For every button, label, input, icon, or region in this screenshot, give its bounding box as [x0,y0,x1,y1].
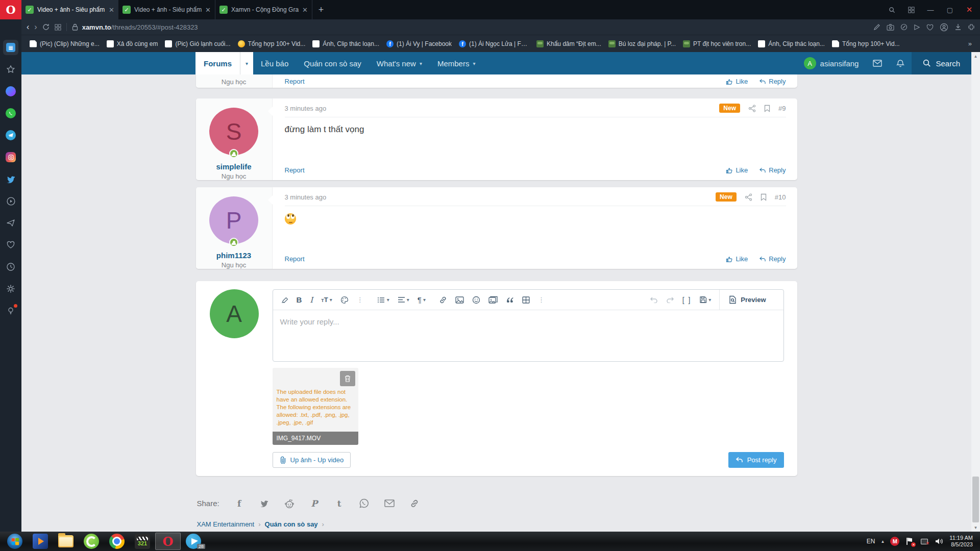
remove-format-icon[interactable] [280,296,288,304]
edit-page-icon[interactable] [873,23,880,31]
share-tumblr-icon[interactable]: t [334,498,345,509]
tab-tiling-icon[interactable] [902,0,920,19]
taskbar-opera-icon[interactable]: O [155,533,181,550]
flow-share-icon[interactable] [914,24,920,31]
share-facebook-icon[interactable]: f [234,498,244,509]
easy-setup-icon[interactable] [3,303,18,318]
search-button[interactable]: Search [912,52,971,74]
report-link[interactable]: Report [285,78,305,85]
bookmark-item[interactable]: (Pic) (Clip) Những e... [28,39,102,49]
insert-link-icon[interactable] [439,296,447,304]
bookmark-item[interactable]: (Pic) Gió lạnh cuối... [163,39,232,49]
action-center-flag-icon[interactable]: ✕ [905,537,914,546]
taskbar-media-player-icon[interactable] [28,533,53,550]
tab-search-icon[interactable] [883,0,900,19]
align-icon[interactable]: ▾ [398,296,409,303]
reply-button[interactable]: Reply [759,78,786,85]
messenger-icon[interactable] [3,84,18,99]
username-link[interactable]: phim1123 [216,251,251,260]
like-button[interactable]: Like [726,166,748,174]
like-button[interactable]: Like [726,255,748,263]
reply-button[interactable]: Reply [759,166,786,174]
page-scrollbar[interactable]: ▲ ▼ [971,52,980,532]
bookmark-item[interactable]: Tổng hợp 100+ Vid... [236,39,308,49]
nav-tab-forums[interactable]: Forums [195,52,240,74]
drafts-icon[interactable]: ▾ [699,296,711,304]
extensions-icon[interactable] [968,23,975,31]
like-button[interactable]: Like [726,78,748,85]
language-indicator[interactable]: EN [867,538,875,545]
bookmark-item[interactable]: Ảnh, Clip thác loạn... [756,39,827,49]
bookmark-item[interactable]: Xả đồ cùng em [105,39,160,49]
downloads-icon[interactable] [954,23,962,31]
nav-tab-members[interactable]: Members▾ [430,52,483,74]
share-post-icon[interactable] [748,105,756,112]
adblock-icon[interactable] [900,23,908,31]
share-email-icon[interactable] [384,498,395,509]
delete-attachment-button[interactable] [340,371,355,386]
paragraph-format-icon[interactable]: ¶▾ [418,295,426,304]
insert-image-icon[interactable] [455,296,464,304]
tab-close-icon[interactable]: ✕ [302,6,308,14]
bookmark-item[interactable]: f(1) Ái Vy | Facebook [384,39,454,49]
tab-close-icon[interactable]: ✕ [109,6,114,14]
bookmarks-star-icon[interactable] [3,62,18,77]
show-hidden-icons-arrow[interactable]: ▲ [880,539,885,544]
nav-tab-whats-new[interactable]: What's new▾ [369,52,430,74]
volume-tray-icon[interactable] [935,537,944,546]
taskbar-mpc-321-icon[interactable]: 321 [130,533,155,550]
nav-forums-dropdown[interactable]: ▾ [240,52,253,74]
taskbar-clock[interactable]: 11:19 AM 8/5/2023 [949,535,973,548]
new-tab-button[interactable]: + [312,0,330,19]
reply-input[interactable]: Write your reply... [273,310,783,361]
favorites-heart-icon[interactable] [3,237,18,253]
breadcrumb-xam-entertainment[interactable]: XAM Entertainment [197,520,255,528]
flow-send-icon[interactable] [3,215,18,231]
browser-tab-1[interactable]: ✓ Video + ảnh - Siêu phẩm M ✕ [21,0,118,19]
share-twitter-icon[interactable] [259,498,270,509]
scroll-up-arrow[interactable]: ▲ [974,52,978,60]
taskbar-telegram-icon[interactable]: 28 [181,533,206,550]
insert-table-icon[interactable] [522,296,530,304]
avatar-simplelife[interactable]: S [209,108,258,155]
bbcode-icon[interactable]: [ ] [682,296,692,304]
start-button[interactable] [2,533,28,550]
scrollbar-thumb[interactable] [972,477,979,522]
preview-button[interactable]: Preview [719,290,775,310]
tab-close-icon[interactable]: ✕ [205,6,211,14]
insert-media-icon[interactable] [488,296,498,304]
antivirus-tray-icon[interactable]: M [890,537,899,546]
more-options-icon[interactable]: ⋮ [538,296,545,304]
network-tray-icon[interactable] [920,537,929,546]
quote-icon[interactable] [506,296,514,303]
username-link[interactable]: simplelife [216,162,251,171]
bookmark-post-icon[interactable] [764,105,770,112]
post-number-link[interactable]: #10 [775,193,786,201]
browser-tab-2[interactable]: ✓ Video + ảnh - Siêu phẩm M ✕ [118,0,215,19]
font-size-icon[interactable]: TT▾ [321,296,332,304]
alerts-bell-icon[interactable] [889,52,912,74]
forward-button[interactable]: › [34,23,37,31]
text-color-icon[interactable] [340,296,349,304]
browser-tab-3[interactable]: ✓ Xamvn - Cộng Đồng Grab B ✕ [215,0,312,19]
bookmark-item[interactable]: f(1) Ái Ngọc Lửa | Fa... [457,39,531,49]
bookmark-item[interactable]: Bú loz đại pháp. | P... [606,39,678,49]
post-reply-button[interactable]: Post reply [728,452,784,468]
upload-button[interactable]: Up ảnh - Up video [273,452,351,468]
taskbar-explorer-icon[interactable] [53,533,79,550]
bookmark-heart-icon[interactable] [926,24,934,31]
window-minimize-button[interactable]: — [922,0,939,19]
share-link-icon[interactable] [409,498,420,509]
telegram-icon[interactable] [3,128,18,143]
bold-icon[interactable]: B [297,295,302,304]
settings-gear-icon[interactable] [3,281,18,296]
scroll-down-arrow[interactable]: ▼ [974,523,978,532]
share-reddit-icon[interactable] [284,498,295,509]
window-close-button[interactable]: ✕ [961,0,978,19]
bookmark-post-icon[interactable] [761,193,767,201]
instagram-icon[interactable] [3,149,18,165]
bookmark-item[interactable]: Khẩu dâm “Địt em... [534,39,603,49]
taskbar-coccoc-icon[interactable] [79,533,104,550]
window-maximize-button[interactable]: ▢ [941,0,959,19]
opera-logo-icon[interactable]: O [0,0,21,19]
